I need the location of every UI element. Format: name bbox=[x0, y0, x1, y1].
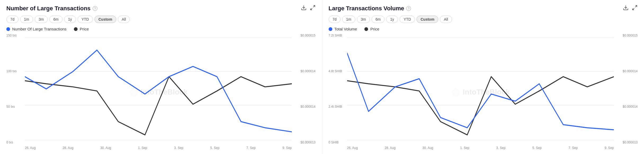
filter-custom[interactable]: Custom bbox=[95, 16, 116, 23]
legend-item-1: Price bbox=[364, 27, 379, 31]
y-label-right: $0.000013 bbox=[301, 141, 316, 144]
y-axis-left: 7.2t SHIB4.8t SHIB2.4t SHIB0 SHIB bbox=[329, 34, 347, 150]
panel-header: Large Transactions Volume? bbox=[329, 5, 638, 12]
filter-6m[interactable]: 6m bbox=[49, 16, 62, 23]
legend-dot-0 bbox=[6, 27, 10, 31]
time-filters: 7d1m3m6m1yYTDCustomAll bbox=[6, 16, 316, 23]
header-actions bbox=[301, 5, 316, 12]
y-label-left: 0 txs bbox=[6, 141, 25, 144]
chart-inner: IntoTheBlock26. Aug28. Aug30. Aug1. Sep3… bbox=[347, 34, 614, 150]
legend-item-0: Total Volume bbox=[329, 27, 357, 31]
y-label-left: 0 SHIB bbox=[329, 141, 347, 144]
y-label-right: $0.000014 bbox=[623, 105, 638, 108]
legend: Number Of Large TransactionsPrice bbox=[6, 27, 316, 31]
legend-item-0: Number Of Large Transactions bbox=[6, 27, 66, 31]
filter-3m[interactable]: 3m bbox=[357, 16, 370, 23]
y-axis-right: $0.000015$0.000014$0.000014$0.000013 bbox=[292, 34, 316, 150]
panel-header: Number of Large Transactions? bbox=[6, 5, 316, 12]
filter-all[interactable]: All bbox=[440, 16, 452, 23]
filter-1y[interactable]: 1y bbox=[386, 16, 398, 23]
y-label-right: $0.000015 bbox=[623, 34, 638, 37]
header-actions bbox=[623, 5, 638, 12]
filter-3m[interactable]: 3m bbox=[35, 16, 48, 23]
chart-area: 150 txs100 txs50 txs0 txsIntoTheBlock26.… bbox=[6, 34, 316, 150]
x-label: 30. Aug bbox=[100, 146, 111, 150]
y-label-right: $0.000015 bbox=[301, 34, 316, 37]
download-icon[interactable] bbox=[301, 5, 307, 12]
svg-line-1 bbox=[313, 6, 315, 7]
y-label-left: 100 txs bbox=[6, 70, 25, 73]
y-label-left: 7.2t SHIB bbox=[329, 34, 347, 37]
filter-ytd[interactable]: YTD bbox=[78, 16, 93, 23]
y-label-left: 150 txs bbox=[6, 34, 25, 37]
chart-svg bbox=[25, 34, 292, 144]
legend-dot-0 bbox=[329, 27, 332, 31]
time-filters: 7d1m3m6m1yYTDCustomAll bbox=[329, 16, 638, 23]
panel-large-vol: Large Transactions Volume?7d1m3m6m1yYTDC… bbox=[322, 0, 644, 154]
expand-icon[interactable] bbox=[310, 5, 316, 12]
panel-title: Large Transactions Volume bbox=[329, 5, 404, 12]
help-icon[interactable]: ? bbox=[93, 6, 97, 11]
legend-dot-1 bbox=[364, 27, 368, 31]
x-label: 26. Aug bbox=[25, 146, 36, 150]
y-label-left: 2.4t SHIB bbox=[329, 105, 347, 108]
y-label-left: 4.8t SHIB bbox=[329, 70, 347, 73]
x-label: 9. Sep bbox=[283, 146, 292, 150]
x-axis: 26. Aug28. Aug30. Aug1. Sep3. Sep5. Sep7… bbox=[25, 145, 292, 150]
legend-label-0: Total Volume bbox=[334, 27, 357, 31]
y-label-right: $0.000013 bbox=[623, 141, 638, 144]
x-label: 5. Sep bbox=[533, 146, 542, 150]
x-label: 7. Sep bbox=[246, 146, 256, 150]
legend-label-1: Price bbox=[80, 27, 89, 31]
x-label: 1. Sep bbox=[460, 146, 469, 150]
x-label: 28. Aug bbox=[385, 146, 396, 150]
y-label-right: $0.000014 bbox=[301, 105, 316, 108]
panel-large-txs: Number of Large Transactions?7d1m3m6m1yY… bbox=[0, 0, 322, 154]
filter-all[interactable]: All bbox=[118, 16, 130, 23]
x-label: 28. Aug bbox=[62, 146, 73, 150]
x-label: 7. Sep bbox=[569, 146, 578, 150]
y-label-right: $0.000014 bbox=[623, 70, 638, 73]
x-label: 1. Sep bbox=[138, 146, 147, 150]
chart-area: 7.2t SHIB4.8t SHIB2.4t SHIB0 SHIBIntoThe… bbox=[329, 34, 638, 150]
x-label: 3. Sep bbox=[496, 146, 506, 150]
legend-label-0: Number Of Large Transactions bbox=[12, 27, 66, 31]
x-label: 9. Sep bbox=[605, 146, 614, 150]
y-label-right: $0.000014 bbox=[301, 70, 316, 73]
x-label: 30. Aug bbox=[422, 146, 433, 150]
filter-7d[interactable]: 7d bbox=[6, 16, 19, 23]
svg-line-10 bbox=[635, 6, 637, 7]
y-axis-right: $0.000015$0.000014$0.000014$0.000013 bbox=[614, 34, 638, 150]
download-icon[interactable] bbox=[623, 5, 629, 12]
legend-label-1: Price bbox=[370, 27, 379, 31]
filter-ytd[interactable]: YTD bbox=[400, 16, 415, 23]
legend: Total VolumePrice bbox=[329, 27, 638, 31]
expand-icon[interactable] bbox=[632, 5, 638, 12]
x-axis: 26. Aug28. Aug30. Aug1. Sep3. Sep5. Sep7… bbox=[347, 145, 614, 150]
chart-inner: IntoTheBlock26. Aug28. Aug30. Aug1. Sep3… bbox=[25, 34, 292, 150]
filter-7d[interactable]: 7d bbox=[329, 16, 341, 23]
filter-6m[interactable]: 6m bbox=[372, 16, 384, 23]
filter-1m[interactable]: 1m bbox=[20, 16, 33, 23]
y-axis-left: 150 txs100 txs50 txs0 txs bbox=[6, 34, 25, 150]
x-label: 3. Sep bbox=[174, 146, 184, 150]
svg-line-2 bbox=[310, 8, 312, 10]
panel-title: Number of Large Transactions bbox=[6, 5, 91, 12]
svg-line-11 bbox=[633, 8, 634, 10]
help-icon[interactable]: ? bbox=[406, 6, 411, 11]
filter-1y[interactable]: 1y bbox=[64, 16, 76, 23]
x-label: 5. Sep bbox=[210, 146, 220, 150]
filter-custom[interactable]: Custom bbox=[417, 16, 438, 23]
chart-svg bbox=[347, 34, 614, 144]
legend-item-1: Price bbox=[74, 27, 89, 31]
filter-1m[interactable]: 1m bbox=[342, 16, 355, 23]
legend-dot-1 bbox=[74, 27, 78, 31]
y-label-left: 50 txs bbox=[6, 105, 25, 108]
x-label: 26. Aug bbox=[347, 146, 358, 150]
